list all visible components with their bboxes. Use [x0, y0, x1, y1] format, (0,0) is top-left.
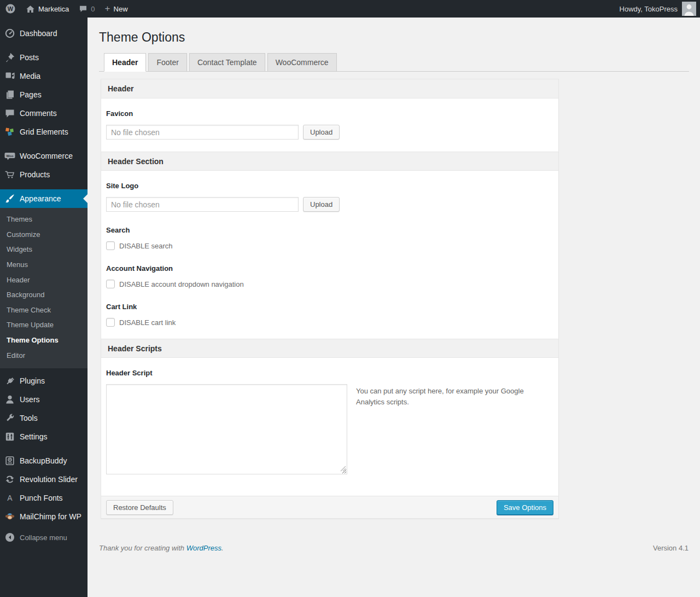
save-options-button[interactable]: Save Options	[497, 500, 553, 515]
admin-bar: W Marketica 0 + New Howdy, TokoPress	[0, 0, 700, 18]
monkey-icon	[4, 511, 15, 522]
site-logo-file-input[interactable]	[106, 197, 299, 212]
disable-cart-link-checkbox[interactable]	[106, 318, 115, 327]
collapse-menu-button[interactable]: Collapse menu	[0, 528, 88, 547]
disable-cart-link-label: DISABLE cart link	[119, 318, 176, 327]
appearance-submenu: Themes Customize Widgets Menus Header Ba…	[0, 208, 88, 368]
admin-bar-new-menu[interactable]: + New	[100, 0, 133, 18]
page-footer: Thank you for creating with WordPress. V…	[98, 544, 689, 552]
sidebar-item-label: Grid Elements	[20, 127, 68, 136]
sidebar-item-media[interactable]: Media	[0, 67, 88, 85]
header-script-field: Header Script You can put any script her…	[101, 358, 558, 496]
section-header-header-scripts: Header Scripts	[101, 339, 558, 358]
header-script-hint: You can put any script here, for example…	[356, 384, 527, 408]
submenu-item-theme-check[interactable]: Theme Check	[0, 303, 88, 318]
submenu-item-header[interactable]: Header	[0, 273, 88, 288]
disable-account-nav-checkbox[interactable]	[106, 280, 115, 288]
refresh-arrows-icon	[4, 474, 15, 485]
sidebar-item-label: Settings	[20, 432, 48, 441]
tab-header[interactable]: Header	[104, 53, 146, 72]
favicon-upload-button[interactable]: Upload	[303, 125, 340, 140]
sidebar-item-users[interactable]: Users	[0, 390, 88, 409]
tab-footer[interactable]: Footer	[148, 53, 186, 72]
submenu-item-widgets[interactable]: Widgets	[0, 242, 88, 257]
tab-woocommerce[interactable]: WooCommerce	[267, 53, 337, 72]
sidebar-item-label: Users	[20, 395, 40, 404]
admin-bar-comments[interactable]: 0	[74, 0, 100, 18]
collapse-arrow-icon	[4, 532, 15, 543]
sidebar-item-label: Revolution Slider	[20, 475, 78, 484]
header-script-textarea[interactable]	[106, 384, 347, 474]
home-icon	[26, 4, 35, 14]
tab-bar: HeaderFooterContact TemplateWooCommerce	[99, 53, 689, 72]
brush-icon	[4, 193, 15, 204]
cart-icon	[4, 169, 15, 180]
page-title: Theme Options	[98, 18, 689, 45]
section-header-header: Header	[101, 79, 558, 98]
submenu-item-themes[interactable]: Themes	[0, 212, 88, 227]
submenu-item-customize[interactable]: Customize	[0, 227, 88, 242]
sidebar-item-tools[interactable]: Tools	[0, 409, 88, 427]
admin-sidebar: Dashboard Posts Media Pages Comments Gri…	[0, 18, 88, 597]
user-icon	[4, 394, 15, 405]
search-field: Search DISABLE search	[101, 224, 558, 262]
restore-defaults-button[interactable]: Restore Defaults	[106, 500, 173, 515]
wordpress-link[interactable]: WordPress	[186, 544, 221, 552]
submenu-item-editor[interactable]: Editor	[0, 348, 88, 363]
theme-options-panel: Header Favicon Upload Header Section Sit…	[101, 79, 559, 519]
sidebar-item-comments[interactable]: Comments	[0, 104, 88, 123]
submenu-item-theme-options[interactable]: Theme Options	[0, 333, 88, 348]
new-label: New	[114, 5, 128, 13]
cart-link-field: Cart Link DISABLE cart link	[101, 300, 558, 339]
woocommerce-badge-icon: Woo	[4, 150, 15, 161]
sidebar-item-revolution-slider[interactable]: Revolution Slider	[0, 470, 88, 489]
site-logo-upload-button[interactable]: Upload	[303, 197, 340, 212]
thanks-suffix: .	[221, 544, 224, 552]
main-content: Theme Options HeaderFooterContact Templa…	[88, 18, 700, 597]
sidebar-item-products[interactable]: Products	[0, 165, 88, 184]
submenu-item-background[interactable]: Background	[0, 287, 88, 303]
submenu-item-theme-update[interactable]: Theme Update	[0, 317, 88, 333]
sidebar-item-backupbuddy[interactable]: BackupBuddy	[0, 451, 88, 470]
site-name-label: Marketica	[38, 5, 69, 13]
sidebar-item-pages[interactable]: Pages	[0, 85, 88, 104]
admin-bar-account-menu[interactable]: Howdy, TokoPress	[620, 0, 700, 18]
sidebar-item-dashboard[interactable]: Dashboard	[0, 24, 88, 43]
grid-elements-icon	[4, 126, 15, 137]
sidebar-item-settings[interactable]: Settings	[0, 427, 88, 446]
sidebar-item-label: Appearance	[20, 194, 61, 203]
favicon-file-input[interactable]	[106, 125, 299, 140]
sidebar-item-label: BackupBuddy	[20, 456, 67, 465]
sidebar-item-label: Comments	[20, 109, 57, 118]
media-icon	[4, 71, 15, 82]
sidebar-item-label: Pages	[20, 90, 42, 99]
sidebar-item-punch-fonts[interactable]: A Punch Fonts	[0, 489, 88, 507]
disable-account-nav-label: DISABLE account dropdown navigation	[119, 280, 244, 288]
sidebar-item-appearance[interactable]: Appearance	[0, 189, 88, 208]
admin-bar-site-name[interactable]: Marketica	[21, 0, 74, 18]
tab-contact-template[interactable]: Contact Template	[189, 53, 265, 72]
plugin-icon	[4, 375, 15, 386]
comment-icon	[4, 108, 15, 119]
wrench-icon	[4, 413, 15, 424]
sidebar-item-plugins[interactable]: Plugins	[0, 372, 88, 390]
sidebar-item-mailchimp[interactable]: MailChimp for WP	[0, 507, 88, 526]
comments-count: 0	[91, 5, 95, 13]
disable-search-checkbox[interactable]	[106, 241, 115, 250]
sidebar-item-posts[interactable]: Posts	[0, 48, 88, 67]
pages-icon	[4, 89, 15, 100]
wordpress-logo-menu[interactable]: W	[0, 0, 21, 18]
panel-footer: Restore Defaults Save Options	[101, 496, 558, 518]
sidebar-item-label: MailChimp for WP	[20, 512, 81, 521]
sidebar-item-grid-elements[interactable]: Grid Elements	[0, 123, 88, 141]
svg-text:A: A	[7, 494, 13, 502]
footer-thanks-text: Thank you for creating with WordPress.	[98, 544, 224, 552]
disable-search-label: DISABLE search	[119, 242, 173, 250]
sidebar-item-woocommerce[interactable]: Woo WooCommerce	[0, 147, 88, 165]
letter-a-icon: A	[4, 492, 15, 503]
wordpress-logo-icon: W	[5, 3, 16, 14]
submenu-item-menus[interactable]: Menus	[0, 257, 88, 273]
settings-icon	[4, 431, 15, 442]
account-navigation-field: Account Navigation DISABLE account dropd…	[101, 262, 558, 300]
plus-icon: +	[105, 4, 110, 13]
